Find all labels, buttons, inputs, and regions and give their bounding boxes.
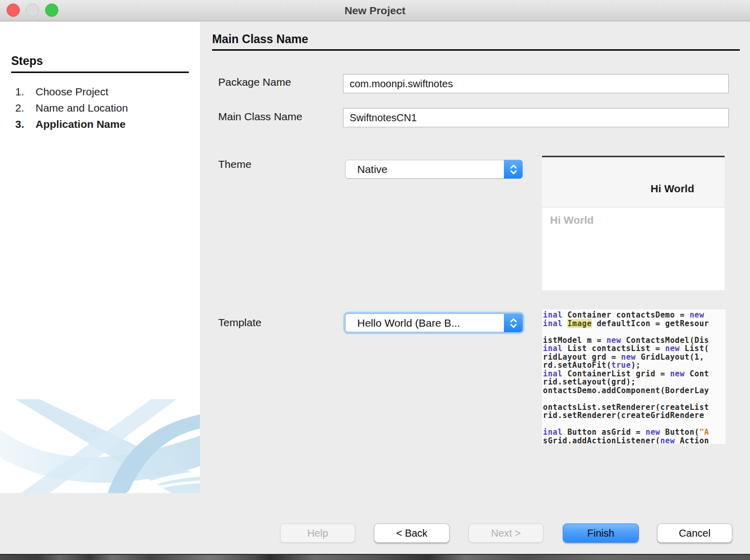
theme-dropdown-value: Native — [357, 160, 388, 178]
step-number: 1. — [15, 84, 36, 100]
background-window-edge — [0, 554, 750, 560]
next-button: Next > — [468, 523, 543, 543]
steps-heading: Steps — [11, 54, 43, 68]
step-label: Application Name — [36, 116, 125, 132]
titlebar: New Project — [0, 0, 750, 21]
step-number: 2. — [15, 100, 36, 116]
watermark-swoosh-graphic — [0, 399, 200, 493]
step-item-application-name-current: 3. Application Name — [15, 116, 128, 132]
theme-preview-title-text: Hi World — [651, 183, 694, 195]
page-title-underline — [212, 49, 740, 51]
template-dropdown[interactable]: Hello World (Bare B... — [345, 313, 523, 332]
theme-dropdown[interactable]: Native — [345, 160, 523, 179]
template-code-preview-image: inal Container contactsDemo = newinal Im… — [542, 309, 726, 444]
help-button: Help — [280, 523, 355, 543]
dropdown-arrows-icon — [504, 160, 523, 179]
steps-heading-underline — [11, 72, 189, 73]
template-label: Template — [218, 317, 261, 329]
step-item-choose-project: 1. Choose Project — [15, 84, 128, 100]
window-title: New Project — [0, 0, 750, 21]
new-project-dialog: New Project Steps 1. Choose Project 2. N… — [0, 0, 750, 560]
step-label: Name and Location — [36, 100, 128, 116]
package-name-label: Package Name — [218, 76, 291, 88]
theme-label: Theme — [218, 158, 251, 170]
step-number: 3. — [15, 116, 36, 132]
page-title: Main Class Name — [212, 32, 308, 46]
main-class-name-input[interactable] — [343, 108, 729, 127]
step-item-name-and-location: 2. Name and Location — [15, 100, 128, 116]
finish-button[interactable]: Finish — [563, 523, 639, 543]
steps-list: 1. Choose Project 2. Name and Location 3… — [15, 84, 128, 132]
steps-panel: Steps 1. Choose Project 2. Name and Loca… — [0, 22, 200, 493]
back-button[interactable]: < Back — [374, 523, 450, 543]
step-label: Choose Project — [36, 84, 109, 100]
dropdown-arrows-icon — [504, 313, 523, 332]
theme-preview-titlebar: Hi World — [542, 157, 725, 207]
cancel-button[interactable]: Cancel — [657, 523, 732, 543]
theme-preview-body-text: Hi World — [550, 214, 594, 226]
main-class-name-label: Main Class Name — [218, 111, 302, 123]
theme-preview-image: Hi World Hi World — [542, 156, 725, 290]
package-name-input[interactable] — [343, 74, 729, 93]
template-dropdown-value: Hello World (Bare B... — [357, 314, 460, 332]
